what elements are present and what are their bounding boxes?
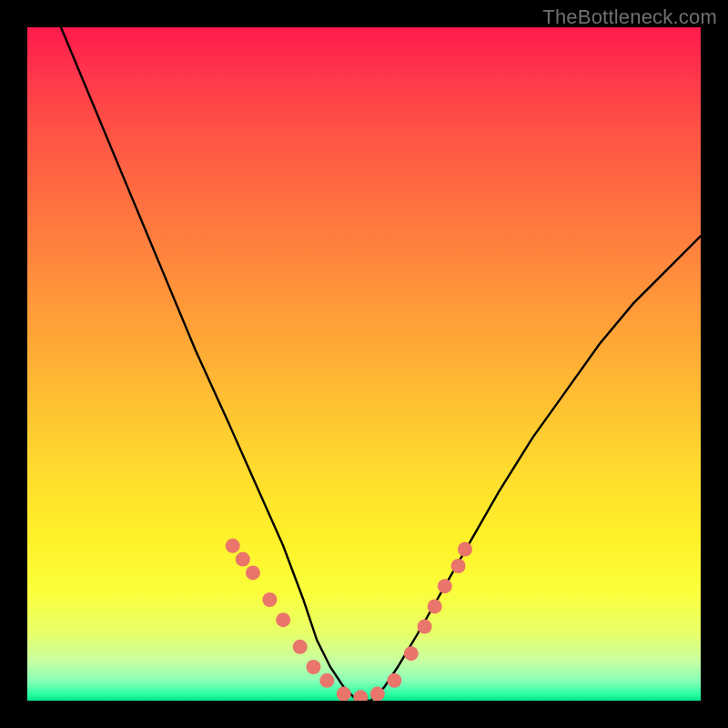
highlight-dot: [418, 620, 432, 634]
highlight-dot: [319, 673, 334, 688]
chart-frame: TheBottleneck.com: [0, 0, 728, 728]
chart-svg: [27, 27, 701, 701]
highlight-dots-group: [226, 539, 472, 701]
highlight-dot: [236, 552, 250, 567]
highlight-dot: [438, 579, 452, 593]
highlight-dot: [404, 646, 419, 661]
plot-area: [27, 27, 701, 701]
highlight-dot: [353, 690, 368, 701]
highlight-dot: [293, 640, 308, 654]
highlight-dot: [428, 599, 442, 613]
highlight-dot: [451, 559, 466, 573]
highlight-dot: [246, 565, 260, 580]
highlight-dot: [262, 592, 277, 607]
highlight-dot: [458, 542, 472, 557]
highlight-dot: [370, 687, 385, 701]
watermark-label: TheBottleneck.com: [542, 5, 717, 29]
highlight-dot: [337, 687, 351, 701]
highlight-dot: [307, 660, 321, 674]
highlight-dot: [226, 539, 240, 553]
highlight-dot: [387, 673, 401, 688]
bottleneck-curve: [61, 27, 701, 701]
highlight-dot: [276, 612, 290, 627]
